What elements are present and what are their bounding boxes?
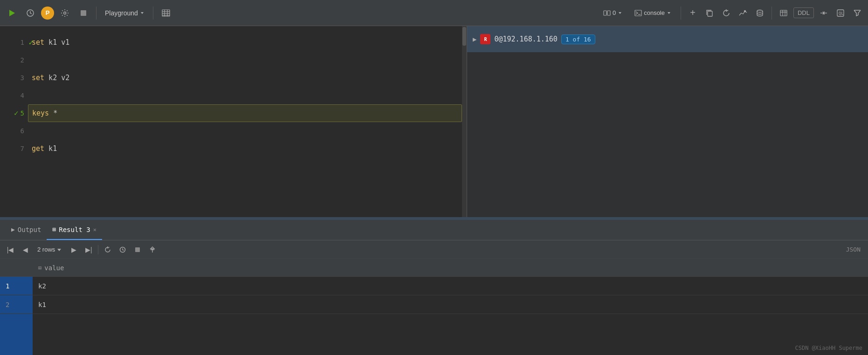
results-table-container: 1 2 ⊞ value k2 k1 [0,259,868,355]
stop-small-button[interactable] [131,243,144,256]
separator-4 [772,7,772,20]
row-1-value: k2 [38,282,46,290]
svg-marker-17 [668,12,670,14]
result3-tab-label: Result 3 [59,226,90,233]
first-page-button[interactable]: |◀ [4,243,17,256]
line-number-4: 4 [4,87,24,104]
table-header: ⊞ value [33,259,868,277]
watermark: CSDN @XiaoHH Superme [795,345,863,351]
table-view-button[interactable] [158,5,174,21]
output-tab-label: Output [18,226,41,233]
ddl-button[interactable]: DDL [793,7,814,18]
refresh-button[interactable] [719,6,733,20]
table-row-1[interactable]: k2 [33,277,868,295]
line-2-num: 2 [21,57,24,63]
svg-rect-3 [81,10,86,16]
svg-point-2 [64,12,66,14]
code-line-6 [28,122,462,140]
svg-marker-0 [9,10,15,16]
svg-rect-18 [708,11,712,16]
svg-text:QL: QL [839,11,844,16]
grid-button[interactable] [777,6,791,20]
last-page-button[interactable]: ▶| [82,243,95,256]
expand-icon[interactable]: ▶ [473,35,476,43]
svg-marker-4 [141,12,144,14]
playground-dropdown[interactable]: Playground [101,7,148,19]
key-k1v1: k1 v1 [44,38,69,47]
connections-badge[interactable]: 0 [599,7,627,18]
rows-dropdown[interactable]: 2 rows [34,245,65,254]
results-table: ⊞ value k2 k1 [33,259,868,355]
main-toolbar: P Playground [0,0,868,26]
ddl-label: DDL [798,9,810,16]
pin-button[interactable] [146,243,159,256]
cmd-set-2: set [32,74,44,82]
separator-1 [96,7,96,20]
svg-point-19 [744,10,745,12]
svg-rect-21 [780,10,787,16]
bottom-panel: ▶ Output ⊞ Result 3 ✕ |◀ ◀ 2 rows ▶ ▶| [0,220,868,355]
code-line-2 [28,51,462,69]
timer-button[interactable] [116,243,129,256]
key-k1: k1 [44,144,57,153]
qa-button[interactable]: QL [834,6,847,20]
right-panel-header: ▶ R 0@192.168.1.160 1 of 16 [467,26,868,52]
tab-output[interactable]: ▶ Output [6,220,47,240]
console-dropdown[interactable]: console [630,7,676,18]
cmd-get: get [32,144,44,153]
key-k2v2: k2 v2 [44,74,69,82]
prev-page-button[interactable]: ◀ [19,243,32,256]
column-value-label: value [44,264,64,272]
analysis-button[interactable] [736,6,750,20]
console-label: console [644,9,665,16]
scrollbar-thumb [462,27,466,46]
history-button[interactable] [22,5,38,21]
add-button[interactable]: + [686,6,700,20]
code-line-5: keys * [28,104,462,122]
tab-result3[interactable]: ⊞ Result 3 ✕ [47,220,102,240]
line-3-num: 3 [21,75,24,81]
result3-close-button[interactable]: ✕ [93,226,96,233]
results-refresh-button[interactable] [101,243,114,256]
bottom-tabs: ▶ Output ⊞ Result 3 ✕ [0,220,868,240]
table-row-2[interactable]: k1 [33,295,868,314]
stop-button[interactable] [76,5,91,21]
separator-3 [681,7,681,20]
row-indicator-1[interactable]: 1 [0,277,33,295]
line-1-checkmark: ✓ [28,38,34,47]
right-panel-content [467,52,868,217]
line-number-2: 2 [4,51,24,69]
code-editor[interactable]: 1 ✓ 2 3 4 [0,26,467,217]
profile-button[interactable]: P [41,7,54,20]
connection-text: 0@192.168.1.160 [494,35,557,43]
next-page-button[interactable]: ▶ [67,243,80,256]
line-1-num: 1 [21,39,24,46]
rows-count-label: 2 rows [37,246,55,253]
result3-tab-icon: ⊞ [52,226,56,233]
svg-rect-32 [135,247,140,252]
filter-button[interactable] [850,6,864,20]
svg-rect-11 [604,11,606,15]
code-line-3: set k2 v2 [28,69,462,87]
line-number-7: 7 [4,140,24,157]
code-lines[interactable]: set k1 v1 set k2 v2 keys * [28,26,462,217]
row-selector-column: 1 2 [0,259,33,355]
code-line-7: get k1 [28,140,462,157]
line-numbers: 1 ✓ 2 3 4 [0,26,28,217]
code-line-1: set k1 v1 [28,34,462,51]
code-line-4 [28,87,462,104]
arrows-button[interactable] [817,6,831,20]
editor-scrollbar[interactable] [462,26,467,217]
svg-marker-30 [57,249,61,251]
svg-point-20 [757,10,763,12]
copy-button[interactable] [703,6,716,20]
play-button[interactable] [4,5,20,21]
line-number-5: ✓ 5 [4,104,24,122]
row-indicator-2[interactable]: 2 [0,295,33,314]
json-label: JSON [846,246,864,253]
row-2-value: k1 [38,301,46,308]
settings-button[interactable] [57,5,73,21]
database-button[interactable] [753,6,767,20]
cmd-keys: keys [32,109,49,117]
line-6-num: 6 [21,128,24,134]
